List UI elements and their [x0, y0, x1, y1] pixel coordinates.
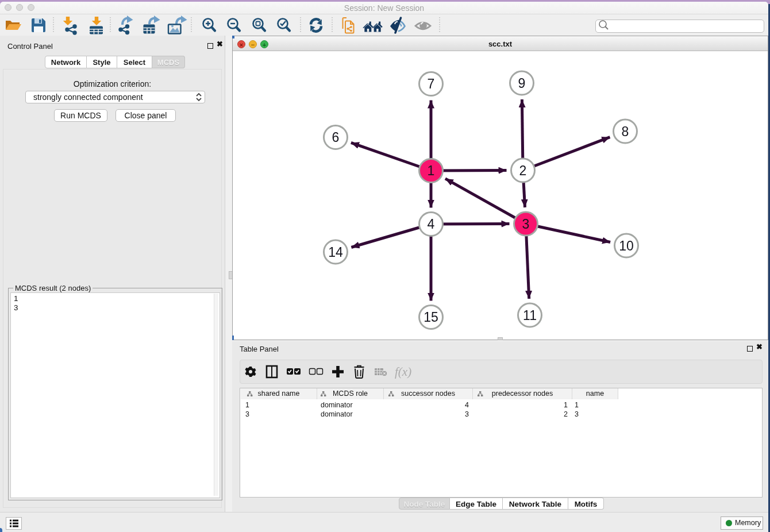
svg-text:11: 11 — [523, 308, 537, 323]
svg-text:10: 10 — [619, 238, 634, 253]
svg-text:3: 3 — [522, 217, 530, 232]
svg-text:4: 4 — [428, 217, 435, 232]
svg-text:2: 2 — [519, 163, 527, 178]
svg-text:9: 9 — [518, 76, 526, 91]
svg-text:1: 1 — [428, 163, 435, 178]
svg-text:6: 6 — [332, 130, 340, 145]
svg-text:8: 8 — [622, 124, 629, 139]
svg-text:7: 7 — [428, 76, 435, 91]
svg-text:14: 14 — [328, 245, 343, 260]
svg-text:15: 15 — [424, 310, 438, 325]
svg-text:f(x): f(x) — [395, 365, 411, 379]
